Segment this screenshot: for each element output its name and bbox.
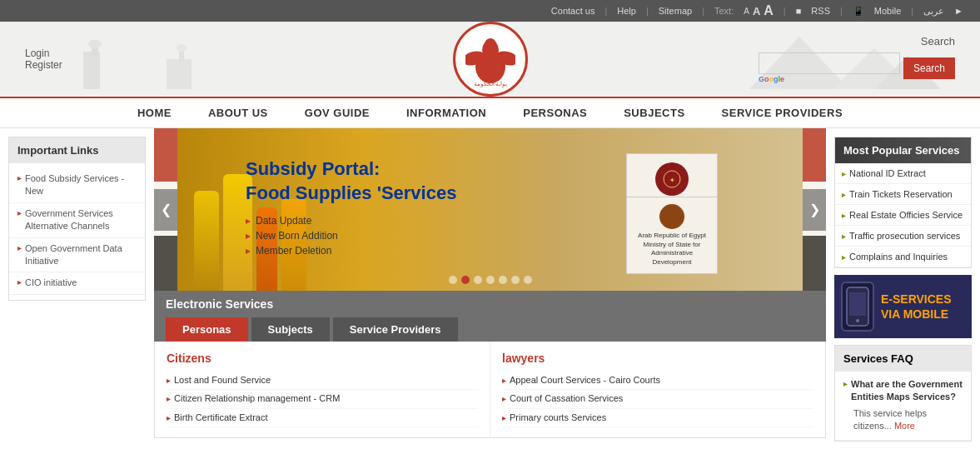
tab-personas[interactable]: Personas bbox=[166, 317, 248, 342]
services-content: Citizens Lost and Found Service Citizen … bbox=[154, 342, 826, 438]
link-gov-services[interactable]: Government Services Alternative Channels bbox=[25, 207, 137, 233]
lawyers-title: lawyers bbox=[502, 352, 813, 365]
list-item: Appeal Court Services - Cairo Courts bbox=[502, 372, 813, 390]
main-nav: HOME ABOUT US GOV GUIDE INFORMATION PERS… bbox=[0, 97, 980, 128]
slider-dot-2[interactable] bbox=[461, 276, 470, 284]
right-panel: Most Popular Services National ID Extrac… bbox=[826, 128, 980, 450]
slider-dot-5[interactable] bbox=[499, 276, 507, 284]
header-content: Login Register بوابة الحكومة bbox=[25, 35, 955, 83]
popular-box: Most Popular Services National ID Extrac… bbox=[834, 137, 972, 268]
slider-item: Data Update bbox=[246, 213, 456, 228]
popular-national-id[interactable]: National ID Extract bbox=[849, 168, 926, 178]
mobile-phone-icon bbox=[841, 282, 874, 332]
mobile-box[interactable]: E-SERVICES VIA MOBILE bbox=[834, 275, 972, 338]
svg-text:بوابة الحكومة: بوابة الحكومة bbox=[473, 81, 507, 87]
slider-prev-button[interactable]: ❮ bbox=[154, 189, 177, 231]
slider-item: Member Deletion bbox=[246, 243, 456, 258]
slider-dot-7[interactable] bbox=[524, 276, 532, 284]
mobile-icon: 📱 bbox=[853, 6, 864, 17]
list-item: Birth Certificate Extract bbox=[167, 409, 478, 427]
contact-us-link[interactable]: Contact us bbox=[551, 6, 595, 16]
e-services-box: Electronic Services Personas Subjects Se… bbox=[154, 291, 826, 342]
important-links-box: Important Links Food Subsidy Services - … bbox=[8, 137, 146, 301]
slider-items-list: Data Update New Born Addition Member Del… bbox=[246, 213, 456, 258]
badge-circle-2 bbox=[659, 204, 684, 229]
list-item: CIO initiative bbox=[9, 272, 145, 294]
help-link[interactable]: Help bbox=[617, 6, 636, 16]
nav-home[interactable]: HOME bbox=[119, 98, 190, 127]
nav-service-providers[interactable]: SERVICE PROVIDERS bbox=[704, 98, 862, 127]
faq-more-link[interactable]: More bbox=[894, 421, 915, 431]
faq-question-text: What are the Government Entities Maps Se… bbox=[851, 378, 963, 404]
list-item: Food Subsidy Services - New bbox=[9, 168, 145, 203]
text-size-large[interactable]: A bbox=[764, 3, 774, 18]
nav-subjects[interactable]: SUBJECTS bbox=[605, 98, 703, 127]
header: Login Register بوابة الحكومة bbox=[0, 22, 980, 97]
list-item: Court of Cassation Services bbox=[502, 390, 813, 408]
search-button[interactable]: Search bbox=[903, 57, 955, 79]
svg-point-19 bbox=[856, 319, 859, 322]
text-size-medium[interactable]: A bbox=[753, 5, 760, 17]
nav-personas[interactable]: PERSONAS bbox=[505, 98, 605, 127]
svg-rect-18 bbox=[849, 292, 866, 316]
search-label: Search bbox=[921, 35, 955, 47]
tab-subjects[interactable]: Subjects bbox=[251, 317, 330, 342]
list-item: Traffic prosecution services bbox=[835, 226, 971, 247]
link-food-subsidy[interactable]: Food Subsidy Services - New bbox=[25, 172, 137, 198]
svg-text:✦: ✦ bbox=[669, 177, 674, 184]
popular-traffic[interactable]: Traffic prosecution services bbox=[849, 231, 960, 241]
logo[interactable]: بوابة الحكومة bbox=[453, 22, 528, 97]
service-crm[interactable]: Citizen Relationship management - CRM bbox=[174, 392, 340, 405]
nav-govguide[interactable]: GOV GUIDE bbox=[286, 98, 388, 127]
popular-complaints[interactable]: Complains and Inquiries bbox=[849, 252, 948, 262]
service-primary-courts[interactable]: Primary courts Services bbox=[510, 412, 606, 424]
list-item: Real Estate Officies Service bbox=[835, 205, 971, 226]
rss-link[interactable]: RSS bbox=[811, 6, 830, 16]
slider-area: Subsidy Portal:Food Supplies 'Services D… bbox=[154, 128, 826, 291]
nav-information[interactable]: INFORMATION bbox=[388, 98, 505, 127]
mobile-line2: VIA MOBILE bbox=[881, 307, 952, 322]
slider-dot-6[interactable] bbox=[511, 276, 520, 284]
faq-question: What are the Government Entities Maps Se… bbox=[843, 378, 963, 404]
list-item: Train Tickets Reservation bbox=[835, 184, 971, 205]
list-item: Complains and Inquiries bbox=[835, 247, 971, 267]
popular-real-estate[interactable]: Real Estate Officies Service bbox=[849, 210, 963, 220]
slider-item: New Born Addition bbox=[246, 228, 456, 243]
arabic-link[interactable]: عربى bbox=[923, 6, 944, 17]
slider-dot-4[interactable] bbox=[486, 276, 495, 284]
list-item: National ID Extract bbox=[835, 163, 971, 184]
link-cio[interactable]: CIO initiative bbox=[25, 277, 77, 289]
login-link[interactable]: Login bbox=[25, 47, 62, 59]
lawyers-list: Appeal Court Services - Cairo Courts Cou… bbox=[502, 372, 813, 427]
center-panel: Subsidy Portal:Food Supplies 'Services D… bbox=[154, 128, 826, 450]
slider-dot-3[interactable] bbox=[474, 276, 482, 284]
service-birth-cert[interactable]: Birth Certificate Extract bbox=[174, 412, 267, 424]
services-col-citizens: Citizens Lost and Found Service Citizen … bbox=[155, 342, 490, 437]
slider-next-button[interactable]: ❯ bbox=[803, 189, 826, 231]
header-login-register: Login Register bbox=[25, 47, 62, 71]
popular-train-tickets[interactable]: Train Tickets Reservation bbox=[849, 189, 953, 199]
mobile-link[interactable]: Mobile bbox=[874, 6, 901, 16]
tab-service-providers[interactable]: Service Providers bbox=[333, 317, 458, 342]
text-size-small[interactable]: A bbox=[744, 7, 749, 16]
faq-answer: This service helps citizens... More bbox=[843, 407, 963, 433]
rss-icon: ■ bbox=[796, 6, 802, 16]
popular-list: National ID Extract Train Tickets Reserv… bbox=[835, 163, 971, 267]
service-lost-found[interactable]: Lost and Found Service bbox=[174, 374, 271, 387]
service-cassation[interactable]: Court of Cassation Services bbox=[510, 392, 623, 405]
service-appeal-court[interactable]: Appeal Court Services - Cairo Courts bbox=[510, 374, 660, 387]
list-item: Citizen Relationship management - CRM bbox=[167, 390, 478, 408]
slider-dots bbox=[449, 276, 532, 284]
slider-content: Subsidy Portal:Food Supplies 'Services D… bbox=[221, 141, 481, 275]
link-open-gov[interactable]: Open Government Data Initiative bbox=[25, 242, 137, 268]
important-links-title: Important Links bbox=[9, 137, 145, 163]
list-item: Lost and Found Service bbox=[167, 372, 478, 390]
services-col-lawyers: lawyers Appeal Court Services - Cairo Co… bbox=[490, 342, 825, 437]
text-size-controls: A A A bbox=[744, 3, 774, 18]
citizens-list: Lost and Found Service Citizen Relations… bbox=[167, 372, 478, 427]
register-link[interactable]: Register bbox=[25, 59, 62, 71]
slider-dot-1[interactable] bbox=[449, 276, 457, 284]
sitemap-link[interactable]: Sitemap bbox=[659, 6, 692, 16]
nav-about[interactable]: ABOUT US bbox=[190, 98, 286, 127]
search-input[interactable] bbox=[759, 52, 900, 74]
